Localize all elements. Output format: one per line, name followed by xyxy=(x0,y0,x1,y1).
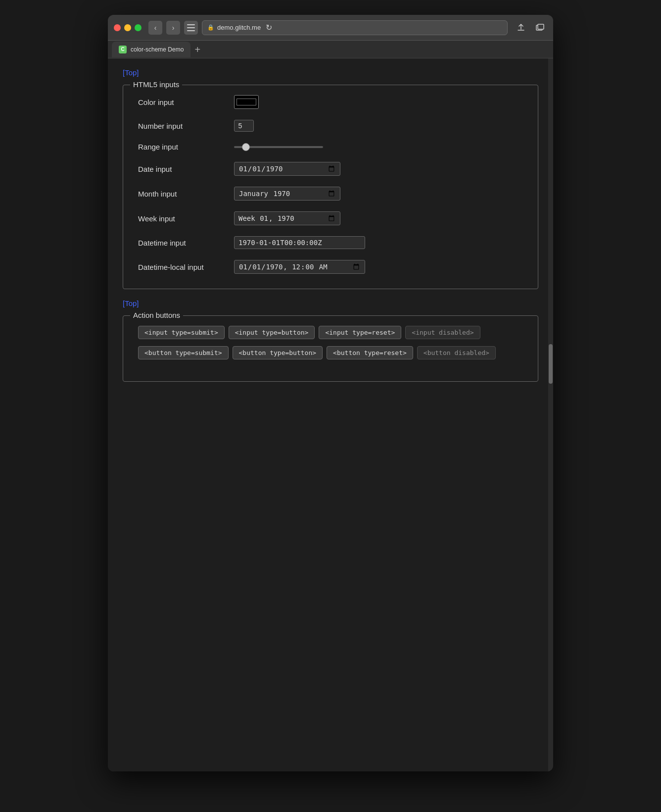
month-label: Month input xyxy=(138,190,227,198)
button-submit-button[interactable]: <button type=submit> xyxy=(138,346,229,359)
week-label: Week input xyxy=(138,214,227,223)
active-tab[interactable]: C color-scheme Demo xyxy=(112,42,190,57)
month-input-row: Month input xyxy=(138,187,523,201)
datetime-local-input[interactable] xyxy=(234,260,365,274)
close-button[interactable] xyxy=(114,24,121,31)
toolbar-icons xyxy=(514,20,547,35)
month-input[interactable] xyxy=(234,187,340,201)
week-input-row: Week input xyxy=(138,211,523,225)
minimize-button[interactable] xyxy=(124,24,131,31)
button-button-button[interactable]: <button type=button> xyxy=(233,346,323,359)
number-input-row: Number input xyxy=(138,120,523,132)
share-button[interactable] xyxy=(514,20,528,35)
new-tab-button[interactable]: + xyxy=(190,45,204,54)
color-label: Color input xyxy=(138,98,227,106)
svg-rect-2 xyxy=(187,30,195,31)
input-reset-button[interactable] xyxy=(319,326,401,339)
datetime-input-row: Datetime input xyxy=(138,236,523,249)
scrollbar[interactable] xyxy=(548,58,553,771)
input-buttons-row xyxy=(138,326,523,339)
input-button-button[interactable] xyxy=(229,326,315,339)
tab-favicon: C xyxy=(119,46,127,53)
range-input[interactable] xyxy=(234,146,323,148)
sidebar-button[interactable] xyxy=(184,21,198,35)
date-input-row: Date input xyxy=(138,162,523,176)
input-disabled-button xyxy=(405,326,480,339)
action-buttons-legend: Action buttons xyxy=(130,311,183,319)
tab-title: color-scheme Demo xyxy=(131,46,184,53)
reload-button[interactable]: ↻ xyxy=(264,23,274,32)
address-bar[interactable]: 🔒 demo.glitch.me ↻ xyxy=(202,20,508,35)
number-input[interactable] xyxy=(234,120,254,132)
range-input-row: Range input xyxy=(138,143,523,151)
button-buttons-row: <button type=submit> <button type=button… xyxy=(138,346,523,359)
week-input[interactable] xyxy=(234,211,340,225)
range-label: Range input xyxy=(138,143,227,151)
scrollbar-thumb[interactable] xyxy=(549,344,553,384)
top-link-2[interactable]: [Top] xyxy=(123,299,139,307)
lock-icon: 🔒 xyxy=(207,24,214,31)
date-label: Date input xyxy=(138,165,227,173)
action-buttons-section: Action buttons <button type=submit> <but… xyxy=(123,315,538,382)
title-bar: ‹ › 🔒 demo.glitch.me ↻ xyxy=(108,15,553,41)
datetime-label: Datetime input xyxy=(138,239,227,247)
button-reset-button[interactable]: <button type=reset> xyxy=(327,346,413,359)
address-text: demo.glitch.me xyxy=(217,24,261,31)
svg-rect-1 xyxy=(187,27,195,28)
svg-rect-4 xyxy=(538,24,544,29)
datetime-input[interactable] xyxy=(234,236,365,249)
tab-bar: C color-scheme Demo + xyxy=(108,41,553,58)
date-input[interactable] xyxy=(234,162,340,176)
html5-inputs-legend: HTML5 inputs xyxy=(130,80,182,89)
html5-inputs-section: HTML5 inputs Color input Number input Ra… xyxy=(123,85,538,289)
number-label: Number input xyxy=(138,122,227,130)
datetime-local-input-row: Datetime-local input xyxy=(138,260,523,274)
color-input-row: Color input xyxy=(138,95,523,109)
new-window-button[interactable] xyxy=(532,20,547,35)
datetime-local-label: Datetime-local input xyxy=(138,263,227,271)
back-button[interactable]: ‹ xyxy=(148,21,162,35)
svg-rect-0 xyxy=(187,24,195,25)
browser-window: ‹ › 🔒 demo.glitch.me ↻ xyxy=(108,15,553,771)
button-disabled-button: <button disabled> xyxy=(417,346,496,359)
input-submit-button[interactable] xyxy=(138,326,225,339)
number-input-wrapper xyxy=(234,120,254,132)
forward-button[interactable]: › xyxy=(166,21,180,35)
color-input[interactable] xyxy=(234,95,259,109)
maximize-button[interactable] xyxy=(135,24,142,31)
top-link-1[interactable]: [Top] xyxy=(123,68,139,77)
traffic-lights xyxy=(114,24,142,31)
page-content: [Top] HTML5 inputs Color input Number in… xyxy=(108,58,553,771)
